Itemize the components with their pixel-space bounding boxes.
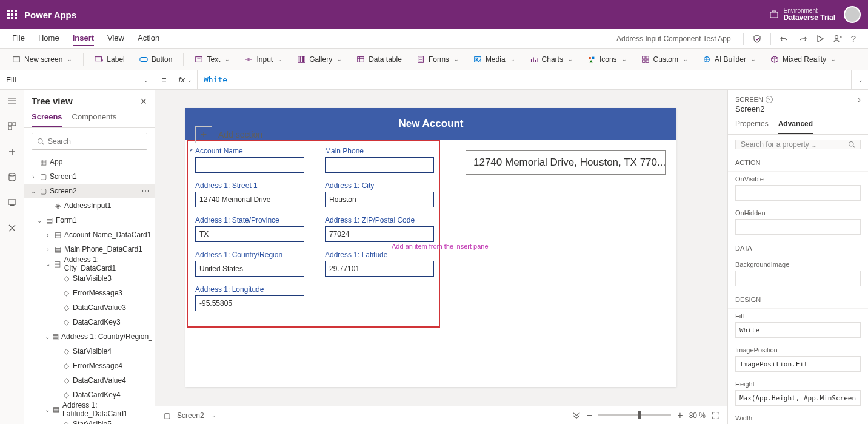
tree-errormsg3[interactable]: ◇ErrorMessage3 — [24, 286, 155, 300]
height-label: Height — [735, 380, 861, 388]
expand-formula-icon[interactable]: ⌄ — [851, 70, 868, 89]
tree-latitude-dc[interactable]: ⌄▤Address 1: Latitude_DataCard1 — [24, 402, 155, 417]
add-section-button[interactable]: + Add section — [195, 126, 262, 143]
close-icon[interactable]: ✕ — [140, 96, 147, 106]
menu-insert[interactable]: Insert — [73, 31, 94, 46]
app-title: Power Apps — [24, 10, 76, 20]
tree-dcv4[interactable]: ◇DataCardValue4 — [24, 373, 155, 388]
share-icon[interactable] — [833, 34, 843, 44]
aibuilder-button[interactable]: AI Builder⌄ — [698, 53, 761, 66]
tab-properties[interactable]: Properties — [735, 117, 769, 134]
tree-dck3[interactable]: ◇DataCardKey3 — [24, 315, 155, 329]
address-display-card[interactable]: 12740 Memorial Drive, Houston, TX 770... — [466, 150, 666, 175]
tree-view-icon[interactable] — [5, 119, 19, 133]
custom-button[interactable]: Custom⌄ — [636, 53, 693, 66]
property-search[interactable]: Search for a property ... — [735, 140, 861, 149]
tree-accountname-dc[interactable]: ›▤Account Name_DataCard1 — [24, 227, 155, 242]
plus-icon: + — [195, 126, 212, 143]
onvisible-input[interactable] — [735, 185, 861, 201]
tree-errormsg4[interactable]: ◇ErrorMessage4 — [24, 358, 155, 373]
city-input[interactable]: Houston — [325, 192, 434, 207]
label-button[interactable]: Label — [90, 53, 129, 66]
forms-button[interactable]: Forms⌄ — [412, 53, 464, 66]
lon-input[interactable]: -95.55805 — [195, 295, 304, 311]
avatar[interactable] — [844, 6, 861, 23]
lat-input[interactable]: 29.77101 — [325, 261, 434, 277]
menu-home[interactable]: Home — [38, 31, 59, 46]
formula-input[interactable]: White — [198, 70, 851, 89]
status-bar: ▢ Screen2 ⌄ − + 80 % — [155, 406, 727, 424]
fill-input[interactable] — [735, 322, 861, 338]
zip-input[interactable]: 77024 — [325, 226, 434, 242]
menu-file[interactable]: File — [12, 31, 25, 46]
fx-label[interactable]: fx⌄ — [173, 70, 198, 89]
imagepos-input[interactable] — [735, 356, 861, 372]
play-icon[interactable] — [816, 35, 824, 43]
menu-action[interactable]: Action — [138, 31, 159, 46]
tree-mainphone-dc[interactable]: ›▤Main Phone_DataCard1 — [24, 242, 155, 257]
charts-button[interactable]: Charts⌄ — [525, 53, 578, 66]
tree-starvisible4[interactable]: ◇StarVisible4 — [24, 344, 155, 358]
text-button[interactable]: Text⌄ — [190, 53, 235, 66]
menu-view[interactable]: View — [107, 31, 124, 46]
new-screen-button[interactable]: New screen⌄ — [7, 53, 77, 66]
help-icon[interactable]: ? — [851, 33, 856, 44]
env-name[interactable]: Dataverse Trial — [784, 14, 835, 22]
datatable-button[interactable]: Data table — [352, 53, 407, 66]
tree-city-dc[interactable]: ⌄▤Address 1: City_DataCard1 — [24, 257, 155, 271]
tab-screens[interactable]: Screens — [32, 109, 62, 127]
tree-starvisible3[interactable]: ◇StarVisible3 — [24, 271, 155, 286]
mixedreality-button[interactable]: Mixed Reality⌄ — [766, 53, 841, 66]
status-screen-name[interactable]: Screen2 — [177, 411, 204, 420]
info-icon[interactable]: ? — [766, 96, 773, 103]
tree-screen1[interactable]: ›▢Screen1 — [24, 169, 155, 184]
bgimage-label: BackgroundImage — [735, 261, 861, 268]
tree-dck4[interactable]: ◇DataCardKey4 — [24, 388, 155, 402]
tree-addressinput1[interactable]: ◈AddressInput1 — [24, 198, 155, 213]
tree-screen2[interactable]: ⌄▢Screen2⋯ — [24, 184, 155, 198]
country-input[interactable]: United States — [195, 261, 304, 277]
hamburger-icon[interactable] — [5, 93, 19, 108]
property-selector[interactable]: Fill⌄ — [0, 70, 155, 89]
fit-icon[interactable] — [712, 411, 720, 420]
insert-icon[interactable] — [5, 144, 19, 159]
tree-app[interactable]: ▦App — [24, 155, 155, 169]
tab-advanced[interactable]: Advanced — [778, 117, 813, 134]
button-button[interactable]: Button — [135, 53, 178, 66]
section-action: ACTION — [728, 154, 868, 172]
setall-icon[interactable] — [572, 411, 581, 420]
data-icon[interactable] — [5, 170, 19, 184]
media-rail-icon[interactable] — [5, 195, 19, 210]
chevron-right-icon[interactable]: › — [858, 95, 861, 104]
svg-point-1 — [835, 35, 838, 38]
main-phone-input[interactable] — [325, 157, 434, 173]
zoom-out-icon[interactable]: − — [587, 410, 592, 421]
screen-canvas[interactable]: New Account 12740 Memorial Drive, Housto… — [185, 108, 676, 387]
search-icon — [37, 138, 44, 145]
tab-components[interactable]: Components — [72, 109, 117, 127]
tree-search-input[interactable] — [48, 137, 142, 146]
tree-country-dc[interactable]: ⌄▤Address 1: Country/Region_DataCard1 — [24, 329, 155, 344]
gallery-button[interactable]: Gallery⌄ — [292, 53, 347, 66]
street1-input[interactable]: 12740 Memorial Drive — [195, 192, 304, 207]
tree-form1[interactable]: ⌄▤Form1 — [24, 213, 155, 227]
more-icon[interactable]: ⋯ — [141, 186, 152, 196]
tree-dcv3[interactable]: ◇DataCardValue3 — [24, 300, 155, 315]
height-input[interactable] — [735, 390, 861, 406]
zoom-slider[interactable] — [598, 414, 671, 416]
redo-icon[interactable] — [798, 34, 807, 44]
health-icon[interactable] — [752, 34, 762, 44]
account-name-input[interactable] — [195, 157, 304, 173]
media-button[interactable]: Media⌄ — [469, 53, 520, 66]
icons-button[interactable]: Icons⌄ — [583, 53, 632, 66]
svg-rect-11 — [475, 56, 481, 62]
tree-search[interactable] — [32, 133, 147, 150]
state-input[interactable]: TX — [195, 226, 304, 242]
onhidden-input[interactable] — [735, 219, 861, 235]
zoom-in-icon[interactable]: + — [677, 410, 683, 421]
tools-icon[interactable] — [5, 221, 19, 235]
bgimage-input[interactable] — [735, 271, 861, 286]
input-button[interactable]: Input⌄ — [239, 53, 287, 66]
undo-icon[interactable] — [780, 34, 789, 44]
waffle-icon[interactable] — [7, 10, 17, 19]
